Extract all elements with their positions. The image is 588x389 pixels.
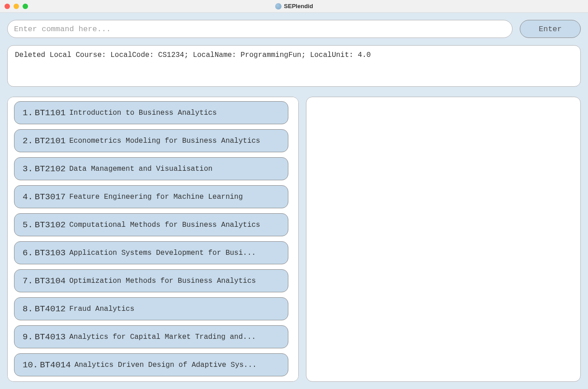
course-name: Analytics for Capital Market Trading and… bbox=[69, 333, 256, 341]
course-list-panel[interactable]: 1.BT1101Introduction to Business Analyti… bbox=[7, 97, 299, 382]
course-code: BT2102 bbox=[35, 164, 66, 174]
course-name: Computational Methods for Business Analy… bbox=[69, 221, 260, 229]
result-display: Deleted Local Course: LocalCode: CS1234;… bbox=[7, 45, 581, 87]
enter-button[interactable]: Enter bbox=[520, 20, 581, 38]
maximize-window-button[interactable] bbox=[23, 4, 28, 9]
course-code: BT3017 bbox=[35, 192, 66, 202]
course-name: Analytics Driven Design of Adaptive Sys.… bbox=[75, 361, 257, 369]
course-index: 2. bbox=[23, 136, 33, 146]
globe-icon bbox=[275, 3, 281, 9]
course-name: Optimization Methods for Business Analyt… bbox=[69, 277, 256, 285]
course-index: 9. bbox=[23, 332, 33, 342]
detail-panel bbox=[306, 97, 581, 382]
course-list-item[interactable]: 1.BT1101Introduction to Business Analyti… bbox=[14, 101, 288, 124]
window-title: SEPlendid bbox=[284, 3, 313, 9]
titlebar: SEPlendid bbox=[0, 0, 588, 13]
command-row: Enter bbox=[7, 20, 581, 38]
result-text: Deleted Local Course: LocalCode: CS1234;… bbox=[15, 51, 371, 59]
course-name: Data Management and Visualisation bbox=[69, 165, 212, 173]
course-list-item[interactable]: 8.BT4012Fraud Analytics bbox=[14, 297, 288, 320]
course-list-item[interactable]: 5.BT3102Computational Methods for Busine… bbox=[14, 213, 288, 236]
course-list-item[interactable]: 3.BT2102Data Management and Visualisatio… bbox=[14, 157, 288, 180]
course-index: 8. bbox=[23, 304, 33, 314]
course-name: Introduction to Business Analytics bbox=[69, 109, 216, 117]
course-index: 6. bbox=[23, 248, 33, 258]
course-code: BT3104 bbox=[35, 276, 66, 286]
course-code: BT3102 bbox=[35, 220, 66, 230]
course-code: BT2101 bbox=[35, 136, 66, 146]
course-code: BT4013 bbox=[35, 332, 66, 342]
minimize-window-button[interactable] bbox=[14, 4, 19, 9]
panels-container: 1.BT1101Introduction to Business Analyti… bbox=[7, 97, 581, 382]
course-code: BT4014 bbox=[40, 360, 71, 370]
course-index: 1. bbox=[23, 108, 33, 118]
course-name: Econometrics Modeling for Business Analy… bbox=[69, 137, 260, 145]
course-list-item[interactable]: 7.BT3104Optimization Methods for Busines… bbox=[14, 269, 288, 292]
course-code: BT4012 bbox=[35, 304, 66, 314]
course-index: 4. bbox=[23, 192, 33, 202]
course-list-item[interactable]: 6.BT3103Application Systems Development … bbox=[14, 241, 288, 264]
course-index: 3. bbox=[23, 164, 33, 174]
course-index: 5. bbox=[23, 220, 33, 230]
window-controls bbox=[0, 4, 28, 9]
course-code: BT3103 bbox=[35, 248, 66, 258]
course-name: Fraud Analytics bbox=[69, 305, 134, 313]
course-code: BT1101 bbox=[35, 108, 66, 118]
course-list-item[interactable]: 4.BT3017Feature Engineering for Machine … bbox=[14, 185, 288, 208]
course-index: 10. bbox=[23, 360, 38, 370]
course-index: 7. bbox=[23, 276, 33, 286]
main-content: Enter Deleted Local Course: LocalCode: C… bbox=[0, 13, 588, 389]
course-list-item[interactable]: 2.BT2101Econometrics Modeling for Busine… bbox=[14, 129, 288, 152]
course-list-item[interactable]: 9.BT4013Analytics for Capital Market Tra… bbox=[14, 325, 288, 348]
course-name: Application Systems Development for Busi… bbox=[69, 249, 256, 257]
course-list-item[interactable]: 10.BT4014Analytics Driven Design of Adap… bbox=[14, 353, 288, 376]
command-input[interactable] bbox=[7, 20, 513, 38]
close-window-button[interactable] bbox=[5, 4, 10, 9]
window-title-container: SEPlendid bbox=[275, 3, 313, 9]
course-name: Feature Engineering for Machine Learning bbox=[69, 193, 243, 201]
